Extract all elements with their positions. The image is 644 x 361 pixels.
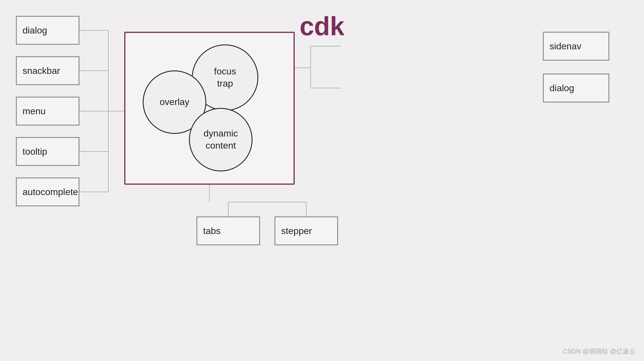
- cdk-box: focustrap overlay dynamiccontent: [124, 32, 295, 185]
- box-tooltip: tooltip: [16, 137, 79, 166]
- dialog-right-label: dialog: [550, 83, 574, 93]
- box-snackbar: snackbar: [16, 56, 79, 85]
- box-tabs: tabs: [196, 216, 260, 245]
- tooltip-label: tooltip: [23, 146, 47, 157]
- box-menu: menu: [16, 97, 79, 126]
- watermark: CSDN @萌萌哒 @亿速云: [563, 347, 635, 356]
- dynamic-content-label: dynamiccontent: [203, 128, 238, 151]
- page-title: cdk: [300, 12, 344, 41]
- box-dialog-right: dialog: [543, 74, 609, 102]
- box-dialog: dialog: [16, 16, 79, 45]
- autocomplete-label: autocomplete: [23, 187, 78, 197]
- box-autocomplete: autocomplete: [16, 177, 79, 206]
- snackbar-label: snackbar: [23, 66, 60, 76]
- tabs-label: tabs: [203, 226, 220, 236]
- dialog-label: dialog: [23, 25, 47, 36]
- overlay-label: overlay: [159, 96, 189, 108]
- box-stepper: stepper: [274, 216, 338, 245]
- menu-label: menu: [23, 106, 46, 117]
- sidenav-label: sidenav: [550, 41, 581, 52]
- stepper-label: stepper: [281, 226, 312, 236]
- focus-trap-label: focustrap: [214, 66, 236, 89]
- circle-dynamic-content: dynamiccontent: [189, 108, 253, 171]
- box-sidenav: sidenav: [543, 32, 609, 61]
- diagram-container: cdk focustrap overlay dynamiccontent dia…: [0, 0, 644, 361]
